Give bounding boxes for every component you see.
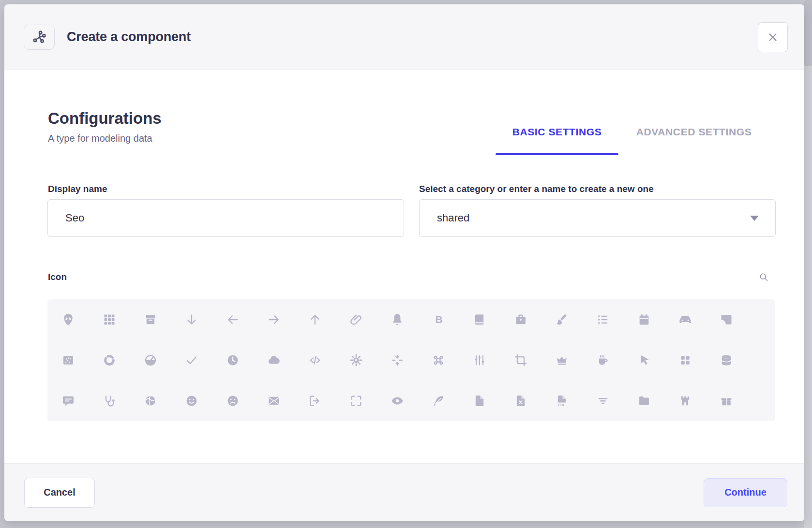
modal-header: Create a component (4, 4, 804, 70)
arrow-right-icon[interactable] (253, 299, 294, 340)
briefcase-icon[interactable] (500, 299, 541, 340)
envelop-icon[interactable] (253, 381, 294, 421)
chart-pie-icon[interactable] (130, 340, 171, 381)
eye-icon[interactable] (376, 381, 418, 421)
emotion-unhappy-icon[interactable] (212, 381, 253, 421)
svg-text:B: B (435, 314, 442, 325)
tab-advanced-settings[interactable]: ADVANCED SETTINGS (629, 126, 759, 138)
display-name-label: Display name (48, 183, 107, 195)
expand-icon[interactable] (335, 381, 376, 421)
arrow-left-icon[interactable] (212, 299, 253, 340)
gift-icon[interactable] (706, 381, 747, 421)
crown-icon[interactable] (541, 340, 582, 381)
car-icon[interactable] (664, 299, 706, 340)
file-error-icon[interactable] (500, 381, 541, 421)
archive-icon[interactable] (130, 299, 171, 340)
page-scrollbar-track (804, 0, 812, 528)
modal-footer: Cancel Continue (4, 463, 804, 521)
book-icon[interactable] (459, 299, 500, 340)
emotion-happy-icon[interactable] (171, 381, 212, 421)
alien-icon[interactable] (47, 299, 89, 340)
category-label: Select a category or enter a name to cre… (419, 183, 654, 195)
cursor-icon[interactable] (623, 340, 664, 381)
discuss-icon[interactable] (47, 381, 89, 421)
svg-text:PDF: PDF (558, 403, 565, 407)
icon-section-label: Icon (48, 271, 67, 283)
cup-icon[interactable] (582, 340, 623, 381)
category-selected-value: shared (420, 212, 469, 224)
gate-icon[interactable] (664, 381, 706, 421)
arrow-up-icon[interactable] (294, 299, 335, 340)
arrow-down-icon[interactable] (171, 299, 212, 340)
component-icon (24, 25, 55, 50)
exit-icon[interactable] (294, 381, 335, 421)
chevron-down-icon (750, 216, 759, 221)
folder-icon[interactable] (623, 381, 664, 421)
connector-icon[interactable] (459, 340, 500, 381)
page-scrollbar-thumb[interactable] (804, 0, 812, 66)
active-tab-underline (496, 153, 618, 155)
command-icon[interactable] (418, 340, 459, 381)
bullet-list-icon[interactable] (582, 299, 623, 340)
cog-icon[interactable] (335, 340, 376, 381)
close-icon (767, 31, 779, 44)
tab-basic-settings[interactable]: BASIC SETTINGS (496, 126, 618, 138)
cancel-button[interactable]: Cancel (24, 478, 95, 508)
doctor-icon[interactable] (89, 381, 130, 421)
section-heading: Configurations A type for modeling data (48, 109, 162, 145)
calendar-icon[interactable] (623, 299, 664, 340)
clock-icon[interactable] (212, 340, 253, 381)
category-select[interactable]: shared (419, 199, 776, 237)
bold-icon[interactable]: B (418, 299, 459, 340)
display-name-input[interactable] (48, 200, 404, 236)
chart-bubble-icon[interactable] (47, 340, 89, 381)
file-icon[interactable] (459, 381, 500, 421)
tabs-divider (47, 155, 775, 155)
database-icon[interactable] (706, 340, 747, 381)
brush-icon[interactable] (541, 299, 582, 340)
page-title: Configurations (48, 109, 162, 128)
bell-icon[interactable] (376, 299, 418, 340)
feather-icon[interactable] (418, 381, 459, 421)
file-pdf-icon[interactable]: PDF (541, 381, 582, 421)
create-component-modal: Create a component Configurations A type… (4, 4, 804, 521)
continue-button[interactable]: Continue (704, 478, 787, 507)
dashboard-icon[interactable] (664, 340, 706, 381)
check-icon[interactable] (171, 340, 212, 381)
cloud-icon[interactable] (253, 340, 294, 381)
attachment-icon[interactable] (335, 299, 376, 340)
search-icon[interactable] (756, 269, 771, 285)
close-button[interactable] (758, 22, 788, 52)
page-overlay: Create a component Configurations A type… (0, 0, 812, 528)
icon-picker-grid: BPDF (47, 299, 775, 421)
filter-icon[interactable] (582, 381, 623, 421)
chart-circle-icon[interactable] (89, 340, 130, 381)
crop-icon[interactable] (500, 340, 541, 381)
page-subtitle: A type for modeling data (48, 132, 162, 145)
cast-icon[interactable] (706, 299, 747, 340)
modal-title: Create a component (67, 29, 191, 44)
code-icon[interactable] (294, 340, 335, 381)
earth-icon[interactable] (130, 381, 171, 421)
display-name-field-wrap (47, 199, 404, 237)
collapse-icon[interactable] (376, 340, 418, 381)
apps-icon[interactable] (89, 299, 130, 340)
